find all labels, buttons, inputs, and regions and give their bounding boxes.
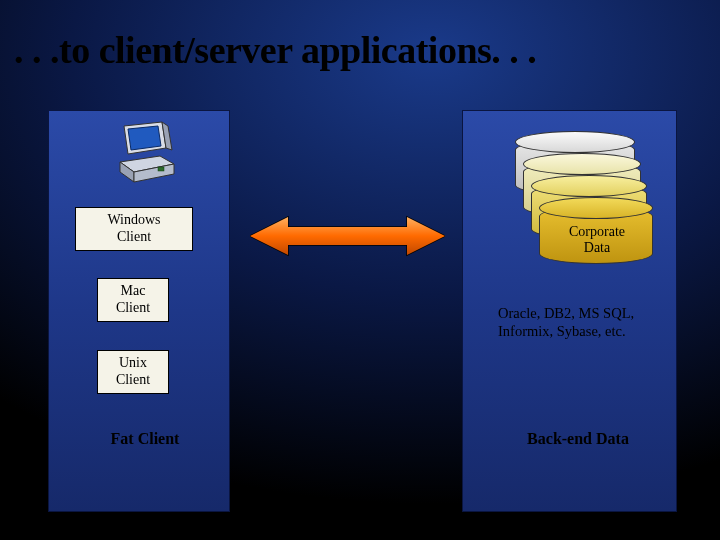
- client-box-line1: Unix: [98, 355, 168, 372]
- client-box-line1: Windows: [76, 212, 192, 229]
- computer-icon: [110, 120, 180, 190]
- svg-marker-8: [250, 217, 445, 255]
- client-box-line1: Mac: [98, 283, 168, 300]
- client-box-line2: Client: [76, 229, 192, 246]
- svg-rect-6: [158, 167, 164, 171]
- back-end-label: Back-end Data: [498, 430, 658, 448]
- corporate-data-label: Corporate Data: [547, 224, 647, 256]
- corporate-data-line1: Corporate: [547, 224, 647, 240]
- fat-client-label: Fat Client: [85, 430, 205, 448]
- client-box-line2: Client: [98, 372, 168, 389]
- svg-marker-1: [128, 126, 161, 150]
- client-box-windows: Windows Client: [75, 207, 193, 251]
- double-arrow-icon: [250, 215, 445, 257]
- client-box-line2: Client: [98, 300, 168, 317]
- slide-title: . . .to client/server applications. . .: [14, 28, 536, 72]
- database-list: Oracle, DB2, MS SQL, Informix, Sybase, e…: [498, 304, 668, 340]
- client-box-mac: Mac Client: [97, 278, 169, 322]
- client-box-unix: Unix Client: [97, 350, 169, 394]
- corporate-data-line2: Data: [547, 240, 647, 256]
